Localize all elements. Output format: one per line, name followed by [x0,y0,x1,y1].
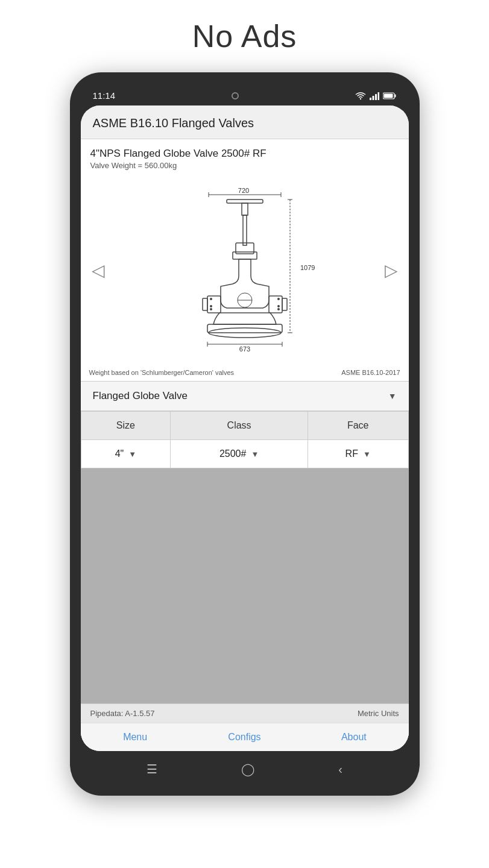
table-row: 4" ▼ 2500# ▼ RF [81,440,408,468]
param-table: Size Class Face 4" ▼ [81,411,409,468]
svg-point-38 [277,308,280,310]
next-arrow[interactable]: ▷ [376,254,406,286]
content-area: 4"NPS Flanged Globe Valve 2500# RF Valve… [81,139,409,751]
size-value: 4" [115,448,124,459]
gray-area [81,468,409,703]
valve-info: 4"NPS Flanged Globe Valve 2500# RF Valve… [81,139,409,174]
face-value: RF [345,448,358,459]
bottom-info-bar: Pipedata: A-1.5.57 Metric Units [81,703,409,723]
svg-point-34 [210,305,212,307]
svg-rect-21 [207,324,282,333]
bottom-nav: Menu Configs About [81,723,409,751]
svg-rect-13 [242,203,248,215]
status-bar: 11:14 [81,84,409,105]
prev-arrow[interactable]: ◁ [83,254,113,286]
about-nav-item[interactable]: About [299,723,408,751]
camera-dot [232,92,239,99]
signal-icon [370,92,379,100]
size-dropdown-arrow: ▼ [128,450,136,459]
android-back-btn[interactable]: ‹ [338,763,342,776]
svg-rect-1 [370,98,371,100]
valve-weight: Valve Weight = 560.00kg [90,161,399,170]
svg-rect-14 [243,215,247,245]
col-header-size: Size [81,412,171,440]
menu-nav-item[interactable]: Menu [81,723,190,751]
app-header: ASME B16.10 Flanged Valves [81,105,409,139]
diagram-footer: Weight based on 'Schlumberger/Cameron' v… [81,366,409,382]
status-icons [355,92,396,100]
class-dropdown-arrow: ▼ [251,450,259,459]
valve-type-dropdown[interactable]: Flanged Globe Valve ▼ [81,382,409,411]
valve-type-label: Flanged Globe Valve [93,390,188,402]
valve-title: 4"NPS Flanged Globe Valve 2500# RF [90,148,399,160]
svg-rect-16 [233,252,257,259]
svg-rect-2 [373,96,374,100]
valve-svg: 720 [154,183,335,357]
col-header-class: Class [171,412,308,440]
wifi-icon [355,92,366,100]
battery-icon [383,92,396,99]
android-home-btn[interactable]: ◯ [241,762,254,776]
svg-rect-7 [384,93,393,98]
units-label: Metric Units [358,709,399,718]
col-header-face: Face [308,412,408,440]
svg-rect-17 [207,296,221,313]
diagram-source: Weight based on 'Schlumberger/Cameron' v… [89,369,235,376]
phone-shell: 11:14 [70,72,420,796]
class-value: 2500# [219,448,247,459]
svg-text:673: 673 [239,345,250,353]
pipedata-version: Pipedata: A-1.5.57 [90,709,155,718]
svg-rect-4 [378,92,380,100]
svg-point-33 [210,298,212,300]
screen: ASME B16.10 Flanged Valves 4"NPS Flanged… [81,105,409,751]
svg-rect-3 [375,94,377,100]
svg-rect-6 [395,94,396,97]
time-display: 11:14 [93,90,116,101]
svg-rect-12 [227,200,263,203]
valve-type-dropdown-arrow: ▼ [388,391,397,401]
svg-text:720: 720 [238,187,248,194]
svg-rect-19 [269,296,282,313]
page-title: No Ads [192,18,297,54]
diagram-standard: ASME B16.10-2017 [341,369,400,376]
valve-diagram: 720 [154,183,335,357]
face-dropdown-arrow: ▼ [363,450,371,459]
diagram-area: ◁ 720 [81,174,409,366]
class-cell[interactable]: 2500# ▼ [171,440,308,468]
svg-point-36 [277,298,280,300]
android-nav-bar: ☰ ◯ ‹ [81,755,409,781]
svg-point-37 [277,305,280,307]
svg-text:1079: 1079 [300,264,315,271]
svg-point-35 [210,308,212,310]
svg-point-0 [360,98,361,99]
svg-rect-20 [282,298,287,310]
app-header-title: ASME B16.10 Flanged Valves [93,116,254,130]
face-cell[interactable]: RF ▼ [308,440,408,468]
size-cell[interactable]: 4" ▼ [81,440,171,468]
android-menu-btn[interactable]: ☰ [147,762,157,776]
configs-nav-item[interactable]: Configs [190,723,299,751]
svg-rect-18 [203,298,207,310]
